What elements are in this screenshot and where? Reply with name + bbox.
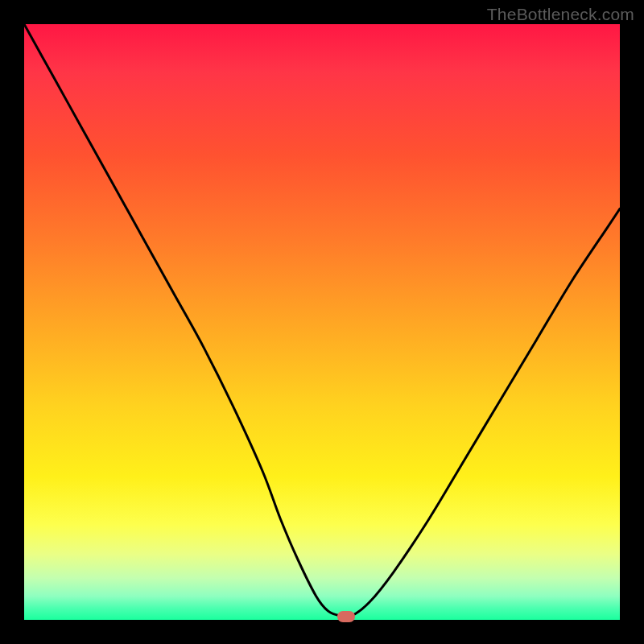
watermark-label: TheBottleneck.com (487, 5, 634, 24)
optimal-point-marker (337, 611, 355, 622)
plot-area (24, 24, 620, 620)
bottleneck-curve (24, 24, 620, 620)
chart-container: TheBottleneck.com (0, 0, 644, 644)
curve-path (24, 24, 620, 617)
